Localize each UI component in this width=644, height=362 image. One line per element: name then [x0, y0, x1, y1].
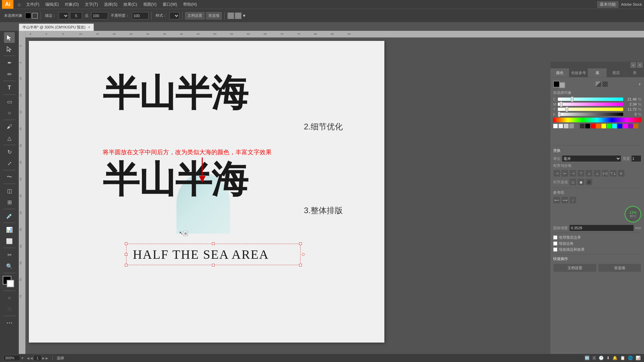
use-preview-checkbox[interactable]: [553, 235, 557, 240]
align-center-v-btn[interactable]: ⊥: [585, 170, 593, 177]
scale-tool[interactable]: ⤢: [4, 158, 15, 169]
graph-tool[interactable]: 📊: [4, 224, 15, 235]
extra-btn-1[interactable]: [227, 12, 234, 19]
stroke-swatch[interactable]: [32, 13, 38, 19]
style-dropdown[interactable]: [169, 12, 179, 19]
zoom-tool[interactable]: 🔍: [4, 261, 15, 272]
swatch-brown[interactable]: [634, 124, 638, 128]
align-to-sel-btn[interactable]: ◻: [569, 178, 577, 186]
layers-tab[interactable]: 图层: [606, 68, 625, 77]
page-prev-btn[interactable]: ◀: [27, 356, 30, 360]
gradient-tool[interactable]: ◫: [4, 185, 15, 196]
status-icon-7[interactable]: 📊: [636, 356, 641, 360]
handle-tr[interactable]: [299, 242, 302, 245]
swatch-purple[interactable]: [628, 124, 633, 128]
swatch-red[interactable]: [591, 124, 595, 128]
status-icon-1[interactable]: 🔤: [585, 356, 590, 360]
bg-color[interactable]: [7, 280, 14, 287]
menu-help[interactable]: 帮助(H): [180, 1, 200, 8]
doc-tab[interactable]: 半山半寿* @ 300% (CMYK/GPU 预览) ×: [19, 23, 94, 31]
width-input[interactable]: [631, 155, 641, 162]
handle-bc[interactable]: [212, 264, 215, 266]
guide-btn-1[interactable]: ⟵: [553, 196, 560, 204]
type-tool[interactable]: T: [4, 82, 15, 93]
collapse-panel-btn[interactable]: ×: [637, 62, 643, 68]
align-bottom-btn[interactable]: ⊥: [593, 170, 601, 177]
distribute-h-btn[interactable]: |⊣|: [601, 170, 609, 177]
pen-tool[interactable]: ✒: [4, 57, 15, 68]
handle-tc[interactable]: [212, 242, 215, 245]
handle-ml[interactable]: [125, 253, 127, 256]
prefs-action-btn[interactable]: 首选项: [598, 263, 642, 272]
direct-select-tool[interactable]: [4, 44, 15, 54]
home-icon[interactable]: ⌂: [15, 1, 23, 8]
guide-btn-3[interactable]: ↕: [569, 196, 577, 204]
align-more-btn[interactable]: ≡: [618, 170, 625, 177]
swatch-gray2[interactable]: [569, 124, 574, 128]
swatch-orange[interactable]: [596, 124, 601, 128]
artboard-tool[interactable]: ⬜: [4, 236, 15, 246]
gradient-icon[interactable]: [595, 81, 601, 87]
screen-mode[interactable]: ⬛: [4, 304, 15, 314]
swatch-ref-tab[interactable]: 色板参考: [569, 68, 588, 77]
stroke-dropdown[interactable]: [59, 12, 69, 19]
c-slider-track[interactable]: [558, 98, 623, 101]
align-to-art-btn[interactable]: ⬛: [585, 178, 593, 186]
workspace-btn[interactable]: 基本功能: [597, 1, 619, 8]
fill-swatch[interactable]: [25, 13, 31, 19]
swatch-green[interactable]: [607, 124, 611, 128]
status-icon-3[interactable]: ⬇: [606, 356, 610, 360]
scale-corners-checkbox[interactable]: [553, 241, 557, 246]
pattern-icon[interactable]: [602, 81, 608, 87]
pencil-tool-2[interactable]: △: [4, 133, 15, 143]
spectrum-bar[interactable]: [553, 118, 641, 122]
menu-view[interactable]: 视图(V): [141, 1, 159, 8]
align-top-btn[interactable]: ⊤: [577, 170, 585, 177]
menu-window[interactable]: 窗口(W): [160, 1, 180, 8]
swatch-cyan[interactable]: [612, 124, 617, 128]
ellipse-tool[interactable]: ○: [4, 108, 15, 118]
swatch-gray1[interactable]: [564, 124, 569, 128]
k-slider-thumb[interactable]: [558, 112, 560, 117]
opacity-value[interactable]: [132, 12, 149, 19]
swatch-yellow[interactable]: [601, 124, 606, 128]
normal-mode[interactable]: □: [4, 292, 15, 303]
status-icon-4[interactable]: 🔔: [612, 356, 618, 360]
page-input[interactable]: [34, 355, 42, 361]
slice-tool[interactable]: ✂: [4, 249, 15, 260]
status-icon-5[interactable]: 📋: [620, 356, 625, 360]
opacity-input[interactable]: [91, 12, 108, 19]
corner-radius-input[interactable]: [569, 225, 634, 231]
menu-effect[interactable]: 效果(C): [121, 1, 140, 8]
m-slider-track[interactable]: [558, 103, 623, 106]
align-left-btn[interactable]: ⊣: [553, 170, 560, 177]
more-tools[interactable]: • • •: [4, 317, 15, 328]
status-icon-6[interactable]: 🌐: [628, 356, 633, 360]
warp-tool[interactable]: 〜: [4, 172, 15, 182]
color-menu-btn[interactable]: ▼: [638, 82, 641, 86]
menu-select[interactable]: 选择(S): [101, 1, 120, 8]
handle-mr[interactable]: [302, 253, 305, 256]
y-slider-track[interactable]: [558, 108, 623, 111]
swatch-white[interactable]: [553, 124, 558, 128]
preferences-btn[interactable]: 首选项: [206, 12, 222, 19]
expand-panel-btn[interactable]: «: [631, 62, 636, 68]
stroke-input[interactable]: [70, 12, 82, 19]
swatch-gray3[interactable]: [575, 124, 579, 128]
tab-close-btn[interactable]: ×: [88, 25, 90, 29]
eyedropper-tool[interactable]: 💉: [4, 210, 15, 221]
k-slider-track[interactable]: [558, 113, 623, 116]
y-slider-thumb[interactable]: [566, 107, 568, 112]
align-to-key-btn[interactable]: ◼: [577, 178, 585, 186]
page-prev2-btn[interactable]: ◀: [30, 356, 33, 360]
color-bg[interactable]: [559, 82, 565, 88]
libraries-tab[interactable]: 库: [625, 68, 644, 77]
swatch-light[interactable]: [558, 124, 563, 128]
align-center-h-btn[interactable]: ⊢: [561, 170, 569, 177]
m-slider-thumb[interactable]: [560, 102, 562, 107]
handle-bl[interactable]: [125, 264, 127, 266]
brush-tool[interactable]: 🖌: [4, 121, 15, 132]
rect-tool[interactable]: ▭: [4, 96, 15, 107]
swatch-blue[interactable]: [618, 124, 622, 128]
distribute-v-btn[interactable]: ⊤⊥: [609, 170, 617, 177]
